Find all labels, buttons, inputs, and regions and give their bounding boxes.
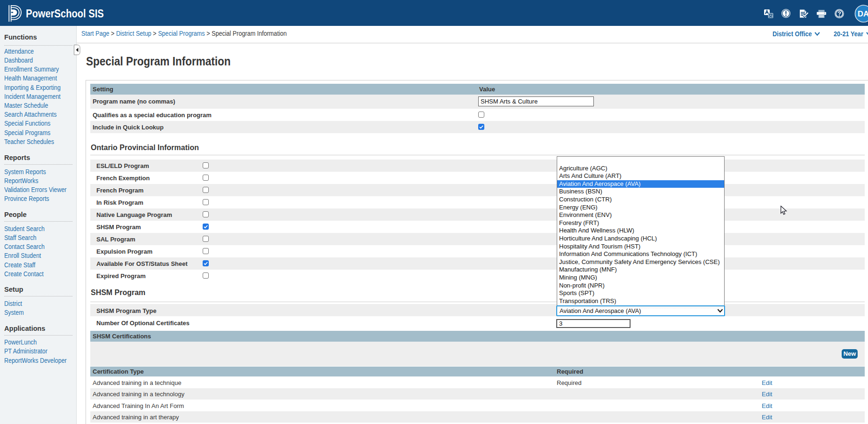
svg-text:DA: DA bbox=[858, 9, 868, 18]
